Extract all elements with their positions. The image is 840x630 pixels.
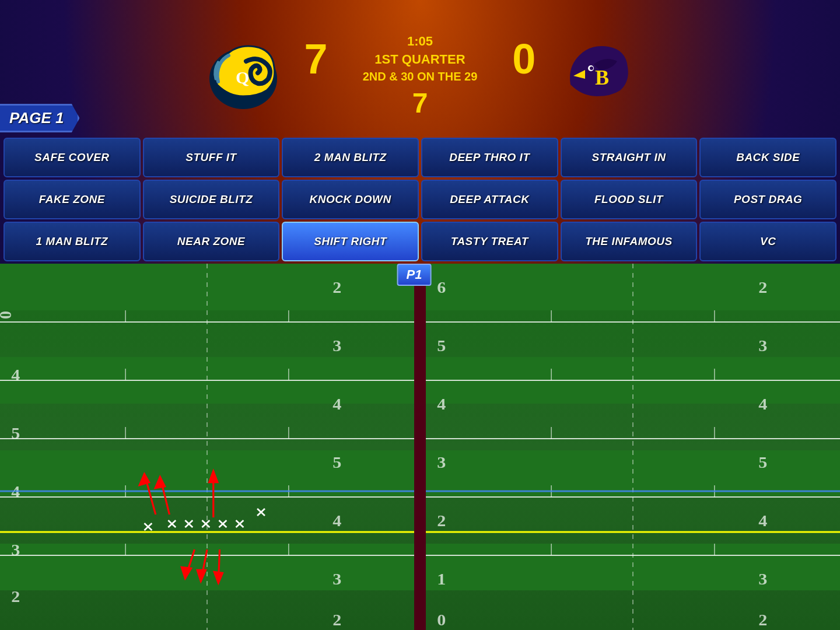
svg-text:2: 2 — [332, 611, 341, 629]
svg-text:2: 2 — [758, 278, 767, 296]
p1-badge: P1 — [397, 264, 432, 286]
svg-text:4: 4 — [758, 395, 767, 413]
field-right-svg: 6 5 4 3 2 1 0 2 3 4 5 4 3 2 — [426, 264, 840, 630]
field-left-svg: 0 4 5 4 3 2 2 3 4 5 4 3 2 — [0, 264, 414, 630]
svg-text:5: 5 — [437, 337, 446, 355]
field-left: 0 4 5 4 3 2 2 3 4 5 4 3 2 — [0, 264, 414, 630]
play-safe-cover[interactable]: SAFE COVER — [4, 138, 141, 177]
svg-text:4: 4 — [437, 395, 446, 413]
svg-text:2: 2 — [332, 278, 341, 296]
play-straight-in[interactable]: STRAIGHT IN — [561, 138, 698, 177]
svg-text:3: 3 — [11, 541, 20, 559]
play-2-man-blitz[interactable]: 2 MAN BLITZ — [282, 138, 419, 177]
svg-text:6: 6 — [437, 278, 446, 296]
svg-text:2: 2 — [437, 512, 446, 530]
header: Q 7 1:05 1ST QUARTER 2ND & 30 ON THE 29 … — [0, 0, 840, 140]
svg-text:5: 5 — [758, 453, 767, 471]
field-right: 6 5 4 3 2 1 0 2 3 4 5 4 3 2 — [426, 264, 840, 630]
team1-score: 7 — [304, 38, 328, 80]
play-fake-zone[interactable]: FAKE ZONE — [4, 180, 141, 219]
svg-text:5: 5 — [332, 453, 341, 471]
field-container: 0 4 5 4 3 2 2 3 4 5 4 3 2 — [0, 264, 840, 630]
field-divider — [414, 264, 426, 630]
play-menu: SAFE COVER STUFF IT 2 MAN BLITZ DEEP THR… — [0, 138, 840, 261]
play-suicide-blitz[interactable]: SUICIDE BLITZ — [143, 180, 280, 219]
play-vc[interactable]: VC — [699, 222, 836, 261]
svg-text:Q: Q — [236, 68, 249, 87]
ravens-helmet: B — [559, 38, 635, 114]
svg-text:0: 0 — [0, 311, 15, 319]
quarter: 1ST QUARTER — [363, 51, 478, 69]
svg-text:0: 0 — [437, 611, 446, 629]
scoreboard: 7 1:05 1ST QUARTER 2ND & 30 ON THE 29 0 … — [304, 33, 536, 120]
play-stuff-it[interactable]: STUFF IT — [143, 138, 280, 177]
rams-helmet: Q — [205, 38, 281, 114]
play-near-zone[interactable]: NEAR ZONE — [143, 222, 280, 261]
page-label: PAGE 1 — [9, 109, 64, 127]
svg-text:1: 1 — [437, 570, 446, 588]
svg-point-4 — [590, 66, 593, 70]
svg-text:4: 4 — [11, 366, 20, 384]
play-deep-attack[interactable]: DEEP ATTACK — [421, 180, 558, 219]
svg-text:3: 3 — [758, 337, 767, 355]
play-the-infamous[interactable]: THE INFAMOUS — [561, 222, 698, 261]
team2-score: 0 — [512, 38, 536, 80]
page-indicator: PAGE 1 — [0, 104, 79, 132]
svg-text:4: 4 — [758, 512, 767, 530]
svg-text:4: 4 — [332, 512, 341, 530]
play-shift-right[interactable]: SHIFT RIGHT — [282, 222, 419, 261]
play-flood-slit[interactable]: FLOOD SLIT — [561, 180, 698, 219]
svg-text:4: 4 — [332, 395, 341, 413]
play-1-man-blitz[interactable]: 1 MAN BLITZ — [4, 222, 141, 261]
down-distance: 2ND & 30 ON THE 29 — [363, 68, 478, 85]
time-info: 1:05 1ST QUARTER 2ND & 30 ON THE 29 — [363, 33, 478, 85]
svg-rect-68 — [414, 264, 426, 630]
svg-text:3: 3 — [332, 337, 341, 355]
svg-text:3: 3 — [332, 570, 341, 588]
play-knock-down[interactable]: KNOCK DOWN — [282, 180, 419, 219]
svg-text:2: 2 — [758, 611, 767, 629]
svg-text:2: 2 — [11, 587, 20, 606]
game-time: 1:05 — [363, 33, 478, 51]
play-deep-thro-it[interactable]: DEEP THRO IT — [421, 138, 558, 177]
svg-text:3: 3 — [758, 570, 767, 588]
play-back-side[interactable]: BACK SIDE — [699, 138, 836, 177]
timeout-num: 7 — [304, 87, 536, 119]
divider-svg — [414, 264, 426, 630]
play-post-drag[interactable]: POST DRAG — [699, 180, 836, 219]
svg-text:5: 5 — [11, 424, 20, 442]
play-tasty-treat[interactable]: TASTY TREAT — [421, 222, 558, 261]
svg-text:3: 3 — [437, 453, 446, 471]
